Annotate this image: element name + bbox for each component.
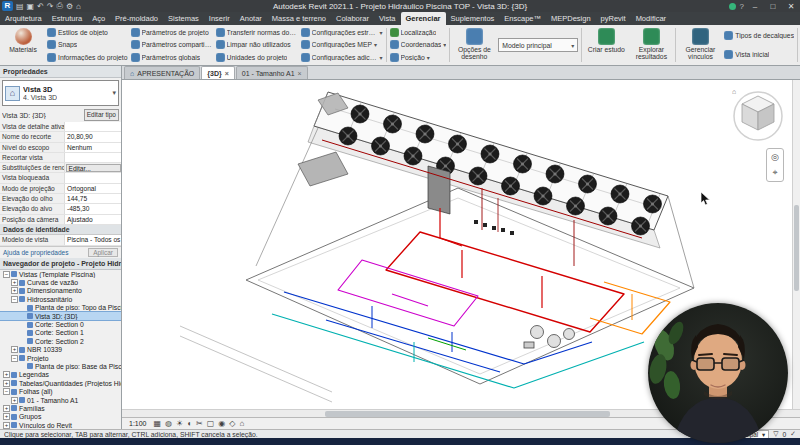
ribbon-button-gerenciar-vinculos[interactable]: Gerenciar vínculos [679,26,721,64]
ribbon-tab-modificar[interactable]: Modificar [631,12,671,25]
property-value[interactable] [65,122,121,131]
ribbon-tab-pre-moldado[interactable]: Pré-moldado [110,12,163,25]
tree-item-vistas-template-piscina[interactable]: −Vistas (Template Piscina) [0,270,121,278]
view-cube[interactable]: ⌂ [730,86,786,142]
ribbon-tab-suplementos[interactable]: Suplementos [446,12,500,25]
ribbon-tab-aco[interactable]: Aço [87,12,110,25]
shadows-icon[interactable]: ◐ [187,419,192,429]
ribbon-button-unidades-do-projeto[interactable]: Unidades do projeto [216,52,298,64]
type-selector[interactable]: ⌂ Vista 3D 4. Vista 3D ▾ [2,80,119,106]
tree-item-tabelas-quantidades-projetos-hidrossanitarios[interactable]: +Tabelas/Quantidades (Projetos Hidrossan… [0,379,121,387]
tree-expander-icon[interactable]: + [11,346,18,353]
view-tab-sheet-a1[interactable]: 01 - Tamanho A1 × [236,66,308,79]
scale-control[interactable]: 1:100 [126,419,150,428]
ribbon-tab-anotar[interactable]: Anotar [235,12,267,25]
view-tab-apresentacao[interactable]: ⌂ APRESENTAÇÃO [124,66,200,79]
main-model-dropdown[interactable]: Modelo principal▾ [498,38,578,52]
ribbon-tab-vista[interactable]: Vista [374,12,401,25]
print-icon[interactable]: ⎙ [57,1,63,11]
tree-item-nbr-10339[interactable]: +NBR 10339 [0,346,121,354]
property-value[interactable]: Ajustado [65,215,121,224]
zoom-icon[interactable]: ⌖ [772,167,777,178]
select-toggle-icon[interactable]: ✓ [790,430,796,438]
ribbon-button-transferir-normas-do-projeto[interactable]: Transferir normas do projeto [216,26,298,38]
tree-item-planta-de-piso-base-da-piscina[interactable]: Planta de piso: Base da Piscina [0,362,121,370]
tree-item-curvas-de-vazao[interactable]: +Curvas de vazão [0,278,121,286]
open-icon[interactable]: ▤ [16,2,24,11]
tree-item-dimensionamento[interactable]: +Dimensionamento [0,287,121,295]
tree-item-grupos[interactable]: +Grupos [0,413,121,421]
tree-item-corte-section-2[interactable]: Corte: Section 2 [0,337,121,345]
ribbon-button-limpar-nao-utilizados[interactable]: Limpar não utilizados [216,39,298,51]
ribbon-tab-pyrevit[interactable]: pyRevit [596,12,631,25]
property-value[interactable]: Nenhum [65,143,121,152]
ribbon-tab-estrutura[interactable]: Estrutura [47,12,87,25]
ribbon-button-configuracoes-adicionais[interactable]: Configurações adicionais▾ [301,52,383,64]
properties-help-link[interactable]: Ajuda de propriedades [3,249,68,256]
selection-filter-icon[interactable]: ▽ [773,430,778,438]
locked-3d-icon[interactable]: ⌂ [240,419,245,429]
steering-wheel-icon[interactable]: ◎ [771,152,779,162]
ribbon-button-parametros-de-projeto[interactable]: Parâmetros de projeto [131,26,213,38]
scrollbar-thumb[interactable] [794,205,799,291]
chevron-down-icon[interactable]: ▾ [112,89,116,97]
vertical-scrollbar[interactable] [792,80,800,409]
property-value[interactable] [65,173,121,182]
ribbon-tab-massa-e-terreno[interactable]: Massa e terreno [267,12,331,25]
revit-logo-icon[interactable]: R [2,1,13,11]
close-button[interactable]: ✕ [784,2,798,11]
tree-item-corte-section-1[interactable]: Corte: Section 1 [0,329,121,337]
help-icon[interactable]: ? [740,2,744,11]
property-value[interactable] [65,153,121,162]
ribbon-button-snaps[interactable]: Snaps [47,39,128,51]
view-tab-3d[interactable]: {3D} × [201,66,235,79]
ribbon-button-opcoes-de-desenho[interactable]: Opções de desenho [453,26,495,64]
tree-expander-icon[interactable]: + [11,287,18,294]
property-value[interactable]: 20,80,90 [65,132,121,141]
ribbon-button-materiais[interactable]: Materiais [2,26,44,64]
ribbon-button-explorar-resultados[interactable]: Explorar resultados [630,26,672,64]
ribbon-tab-colaborar[interactable]: Colaborar [331,12,374,25]
home-icon[interactable]: ⌂ [76,2,81,11]
show-crop-icon[interactable]: ▢ [207,419,215,429]
sun-path-icon[interactable]: ☀ [176,419,183,429]
project-browser-header[interactable]: Navegador de projeto - Projeto Hidráulic… [0,258,121,270]
tree-expander-icon[interactable]: + [3,405,10,412]
ribbon-tab-inserir[interactable]: Inserir [204,12,235,25]
ribbon-button-vista-inicial[interactable]: Vista inicial [724,49,794,61]
ribbon-button-coordenadas[interactable]: Coordenadas▾ [390,39,447,51]
tree-item-vista-3d-3d[interactable]: Vista 3D: {3D} [0,312,121,320]
ribbon-tab-mepdesign[interactable]: MEPDesign [546,12,596,25]
ribbon-button-parametros-compartilhados[interactable]: Parâmetros compartilhados [131,39,213,51]
minimize-button[interactable]: – [748,2,762,11]
tree-item-legendas[interactable]: +Legendas [0,371,121,379]
tree-item-corte-section-0[interactable]: Corte: Section 0 [0,320,121,328]
ribbon-button-posicao[interactable]: Posição▾ [390,52,447,64]
undo-icon[interactable]: ↶ [37,2,44,11]
navigation-bar[interactable]: ◎ ⌖ [766,148,784,182]
tree-expander-icon[interactable]: + [11,279,18,286]
ribbon-tab-sistemas[interactable]: Sistemas [163,12,204,25]
ribbon-tab-gerenciar[interactable]: Gerenciar [401,12,446,25]
maximize-button[interactable]: □ [766,2,780,11]
edit-value-button[interactable]: Editar... [66,164,121,172]
tree-expander-icon[interactable]: + [3,422,10,429]
edit-type-button[interactable]: Editar tipo [84,109,119,121]
tree-expander-icon[interactable]: + [11,397,18,404]
close-tab-icon[interactable]: × [298,70,302,77]
property-value[interactable]: -485,30 [65,204,121,213]
visual-style-icon[interactable]: ◍ [165,419,172,429]
ribbon-button-configuracoes-estruturais[interactable]: Configurações estruturais▾ [301,26,383,38]
tree-item-planta-de-piso-topo-da-piscina[interactable]: Planta de piso: Topo da Piscina [0,304,121,312]
tree-expander-icon[interactable]: − [11,296,18,303]
temporary-hide-icon[interactable]: ◉ [218,419,225,429]
ribbon-button-estilos-de-objeto[interactable]: Estilos de objeto [47,26,128,38]
tree-expander-icon[interactable]: − [3,388,10,395]
tree-expander-icon[interactable]: − [3,271,10,278]
tree-expander-icon[interactable]: + [3,413,10,420]
redo-icon[interactable]: ↷ [47,2,54,11]
ribbon-button-localizacao[interactable]: Localização [390,26,447,38]
user-avatar[interactable] [729,3,736,10]
tree-item-projeto[interactable]: −Projeto [0,354,121,362]
tree-expander-icon[interactable]: + [3,371,10,378]
